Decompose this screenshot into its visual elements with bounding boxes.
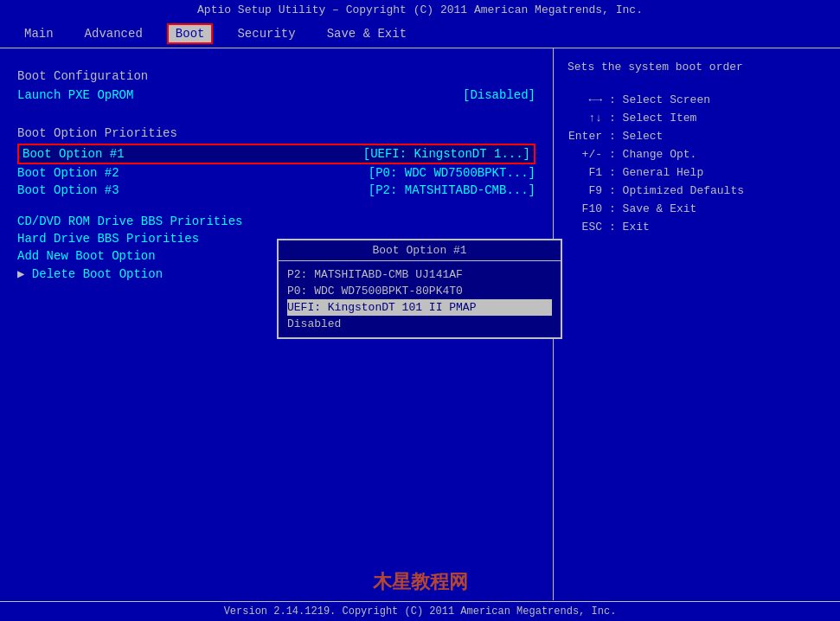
menu-item-save&exit[interactable]: Save & Exit bbox=[320, 25, 414, 42]
cd-dvd-option[interactable]: CD/DVD ROM Drive BBS Priorities bbox=[17, 213, 535, 230]
boot-option-1-row[interactable]: Boot Option #1 [UEFI: KingstonDT 1...] bbox=[17, 144, 535, 164]
bottom-bar: Version 2.14.1219. Copyright (C) 2011 Am… bbox=[0, 601, 840, 621]
key-desc: : Select Item bbox=[609, 112, 696, 125]
key-name: ↑↓ bbox=[567, 112, 602, 125]
launch-pxe-label: Launch PXE OpROM bbox=[17, 88, 133, 102]
boot-option-priorities-title: Boot Option Priorities bbox=[17, 126, 535, 140]
key-desc: : Exit bbox=[609, 221, 650, 234]
key-name: F10 bbox=[567, 202, 602, 215]
popup-item[interactable]: P2: MATSHITABD-CMB UJ141AF bbox=[287, 266, 552, 283]
left-panel: Boot Configuration Launch PXE OpROM [Dis… bbox=[0, 48, 554, 600]
boot-option-3-value: [P2: MATSHITABD-CMB...] bbox=[369, 183, 535, 197]
boot-config-title: Boot Configuration bbox=[17, 69, 535, 83]
menu-item-boot[interactable]: Boot bbox=[167, 23, 214, 44]
popup-items: P2: MATSHITABD-CMB UJ141AFP0: WDC WD7500… bbox=[279, 261, 561, 337]
key-row: Enter: Select bbox=[567, 127, 826, 145]
launch-pxe-row[interactable]: Launch PXE OpROM [Disabled] bbox=[17, 86, 535, 104]
key-name: ESC bbox=[567, 221, 602, 234]
main-content: Boot Configuration Launch PXE OpROM [Dis… bbox=[0, 48, 840, 600]
boot-option-1-value: [UEFI: KingstonDT 1...] bbox=[363, 147, 530, 161]
key-row: +/-: Change Opt. bbox=[567, 145, 826, 163]
launch-pxe-value: [Disabled] bbox=[463, 88, 535, 102]
right-panel: Sets the system boot order ←→: Select Sc… bbox=[554, 48, 840, 600]
key-desc: : Select bbox=[609, 130, 663, 143]
key-row: ESC: Exit bbox=[567, 218, 826, 236]
boot-option-2-row[interactable]: Boot Option #2 [P0: WDC WD7500BPKT...] bbox=[17, 164, 535, 182]
popup-item[interactable]: UEFI: KingstonDT 101 II PMAP bbox=[287, 299, 552, 316]
key-row: ←→: Select Screen bbox=[567, 91, 826, 109]
key-row: F10: Save & Exit bbox=[567, 200, 826, 218]
key-desc: : Change Opt. bbox=[609, 148, 696, 161]
boot-option-2-value: [P0: WDC WD7500BPKT...] bbox=[369, 166, 535, 180]
popup-item[interactable]: P0: WDC WD7500BPKT-80PK4T0 bbox=[287, 283, 552, 299]
key-legend: ←→: Select Screen↑↓: Select ItemEnter: S… bbox=[567, 91, 826, 236]
boot-option-2-label: Boot Option #2 bbox=[17, 166, 119, 180]
title-text: Aptio Setup Utility – Copyright (C) 2011… bbox=[197, 3, 643, 16]
bottom-text: Version 2.14.1219. Copyright (C) 2011 Am… bbox=[224, 605, 617, 618]
key-desc: : Optimized Defaults bbox=[609, 184, 744, 197]
boot-option-popup: Boot Option #1 P2: MATSHITABD-CMB UJ141A… bbox=[277, 239, 562, 339]
menu-bar: MainAdvancedBootSecuritySave & Exit bbox=[0, 20, 840, 48]
key-desc: : Save & Exit bbox=[609, 202, 696, 215]
key-row: F9: Optimized Defaults bbox=[567, 182, 826, 200]
key-desc: : Select Screen bbox=[609, 93, 710, 106]
key-row: ↑↓: Select Item bbox=[567, 109, 826, 127]
popup-title: Boot Option #1 bbox=[279, 240, 561, 261]
menu-item-main[interactable]: Main bbox=[17, 25, 61, 42]
menu-item-security[interactable]: Security bbox=[230, 25, 302, 42]
menu-item-advanced[interactable]: Advanced bbox=[78, 25, 150, 42]
key-desc: : General Help bbox=[609, 166, 703, 179]
title-bar: Aptio Setup Utility – Copyright (C) 2011… bbox=[0, 0, 840, 20]
key-name: +/- bbox=[567, 148, 602, 161]
key-row: F1: General Help bbox=[567, 163, 826, 182]
boot-option-3-label: Boot Option #3 bbox=[17, 183, 119, 197]
key-name: Enter bbox=[567, 130, 602, 143]
boot-option-3-row[interactable]: Boot Option #3 [P2: MATSHITABD-CMB...] bbox=[17, 182, 535, 199]
boot-option-1-label: Boot Option #1 bbox=[22, 147, 125, 161]
popup-item[interactable]: Disabled bbox=[287, 316, 552, 332]
key-name: ←→ bbox=[567, 93, 602, 106]
help-text: Sets the system boot order bbox=[567, 61, 826, 74]
key-name: F9 bbox=[567, 184, 602, 197]
key-name: F1 bbox=[567, 166, 602, 179]
